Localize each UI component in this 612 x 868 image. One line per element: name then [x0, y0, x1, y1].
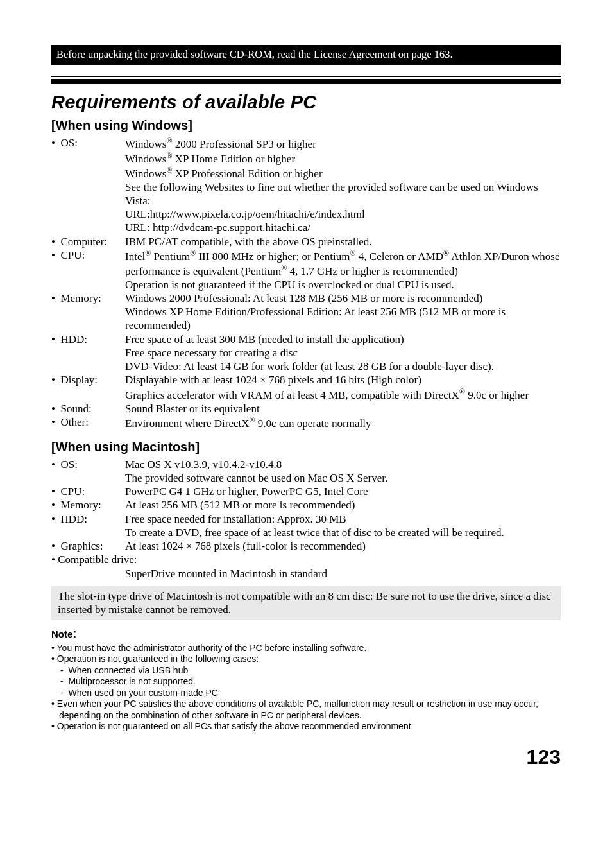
spec-label: Memory:	[51, 291, 125, 305]
windows-heading: [When using Windows]	[51, 117, 561, 134]
spec-value: Mac OS X v10.3.9, v10.4.2-v10.4.8The pro…	[125, 458, 561, 485]
spec-item: Memory:At least 256 MB (512 MB or more i…	[51, 498, 561, 512]
sub-note-item: When connected via USB hub	[60, 665, 561, 677]
spec-value: Windows 2000 Professional: At least 128 …	[125, 291, 561, 333]
sub-notes-list: When connected via USB hubMultiprocessor…	[51, 665, 561, 699]
sub-note-item: When used on your custom-made PC	[60, 688, 561, 699]
spec-label: HDD:	[51, 333, 125, 346]
windows-spec-list: OS:Windows® 2000 Professional SP3 or hig…	[51, 136, 561, 430]
slot-in-warning-box: The slot-in type drive of Macintosh is n…	[51, 586, 561, 621]
spec-value: PowerPC G4 1 GHz or higher, PowerPC G5, …	[125, 485, 561, 498]
spec-item: CPU:PowerPC G4 1 GHz or higher, PowerPC …	[51, 485, 561, 498]
spec-label: CPU:	[51, 485, 125, 498]
spec-label: HDD:	[51, 512, 125, 526]
spec-item: OS:Mac OS X v10.3.9, v10.4.2-v10.4.8The …	[51, 458, 561, 485]
note-heading: Note:	[51, 627, 561, 641]
spec-item: CPU:Intel® Pentium® III 800 MHz or highe…	[51, 248, 561, 291]
note-item: Operation is not guaranteed in the follo…	[51, 654, 561, 665]
spec-value: Environment where DirectX® 9.0c can oper…	[125, 415, 561, 430]
mac-spec-list: OS:Mac OS X v10.3.9, v10.4.2-v10.4.8The …	[51, 458, 561, 580]
spec-item: Display:Displayable with at least 1024 ×…	[51, 373, 561, 401]
page-title: Requirements of available PC	[51, 91, 561, 114]
spec-label: Sound:	[51, 402, 125, 415]
spec-item: Graphics:At least 1024 × 768 pixels (ful…	[51, 539, 561, 553]
spec-value: At least 1024 × 768 pixels (full-color i…	[125, 539, 561, 553]
spec-item: Sound:Sound Blaster or its equivalent	[51, 402, 561, 415]
spec-label: Computer:	[51, 235, 125, 248]
spec-item: HDD:Free space needed for installation: …	[51, 512, 561, 540]
note-colon: :	[72, 627, 76, 640]
spec-value: SuperDrive mounted in Macintosh in stand…	[51, 567, 561, 580]
spec-value: At least 256 MB (512 MB or more is recom…	[125, 498, 561, 512]
note-item: Operation is not guaranteed on all PCs t…	[51, 721, 561, 733]
note-item: You must have the administrator authorit…	[51, 643, 561, 654]
heavy-rule	[51, 76, 561, 84]
spec-value: Sound Blaster or its equivalent	[125, 402, 561, 415]
spec-item: Computer:IBM PC/AT compatible, with the …	[51, 235, 561, 248]
mac-heading: [When using Macintosh]	[51, 439, 561, 455]
note-item: Even when your PC satisfies the above co…	[51, 699, 561, 721]
spec-value: Free space of at least 300 MB (needed to…	[125, 333, 561, 374]
spec-label: • Compatible drive:	[51, 553, 137, 566]
note-heading-text: Note	[51, 629, 72, 639]
spec-value: Intel® Pentium® III 800 MHz or higher; o…	[125, 248, 561, 291]
spec-label: Other:	[51, 415, 125, 429]
spec-label: Memory:	[51, 498, 125, 512]
spec-value: Free space needed for installation: Appr…	[125, 512, 561, 540]
spec-item: OS:Windows® 2000 Professional SP3 or hig…	[51, 136, 561, 235]
spec-value: Displayable with at least 1024 × 768 pix…	[125, 373, 561, 401]
spec-value: Windows® 2000 Professional SP3 or higher…	[125, 136, 561, 235]
spec-label: OS:	[51, 136, 125, 150]
spec-item: Memory:Windows 2000 Professional: At lea…	[51, 291, 561, 333]
spec-label: CPU:	[51, 248, 125, 262]
spec-item: Other:Environment where DirectX® 9.0c ca…	[51, 415, 561, 430]
spec-label: OS:	[51, 458, 125, 471]
spec-label: Graphics:	[51, 539, 125, 553]
license-warning-bar: Before unpacking the provided software C…	[51, 45, 561, 65]
spec-item: • Compatible drive:SuperDrive mounted in…	[51, 553, 561, 580]
sub-note-item: Multiprocessor is not supported.	[60, 676, 561, 688]
notes-list: You must have the administrator authorit…	[51, 643, 561, 733]
spec-label: Display:	[51, 373, 125, 386]
spec-item: HDD:Free space of at least 300 MB (neede…	[51, 333, 561, 374]
page-number: 123	[51, 744, 561, 770]
spec-value: IBM PC/AT compatible, with the above OS …	[125, 235, 561, 248]
